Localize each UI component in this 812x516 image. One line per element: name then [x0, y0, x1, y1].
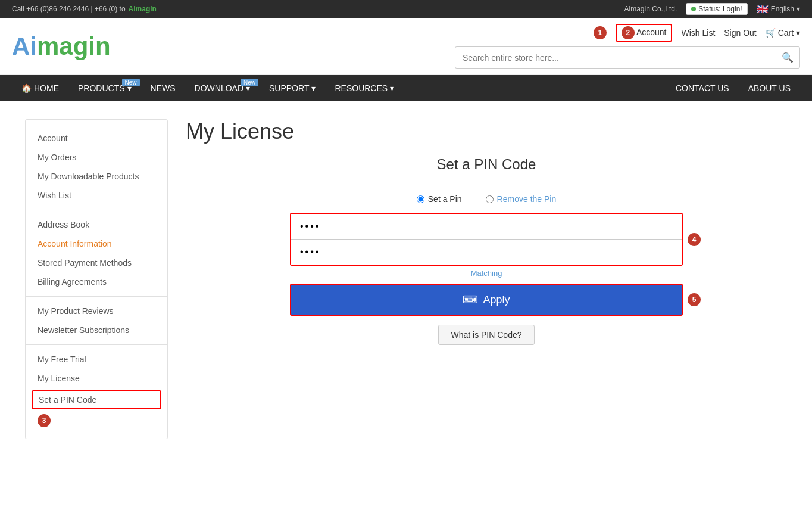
content-wrapper: Account My Orders My Downloadable Produc… — [13, 119, 799, 439]
remove-pin-option[interactable]: Remove the Pin — [486, 194, 557, 204]
signout-link[interactable]: Sign Out — [724, 28, 756, 38]
sidebar-downloadable-products[interactable]: My Downloadable Products — [26, 167, 167, 186]
sidebar-account-info[interactable]: Account Information — [26, 234, 167, 253]
apply-label: Apply — [483, 294, 510, 306]
divider-3 — [26, 344, 167, 345]
sidebar-account[interactable]: Account — [26, 129, 167, 148]
sidebar-set-pin[interactable]: Set a PIN Code — [32, 390, 161, 409]
badge-4: 4 — [688, 233, 701, 246]
cart-chevron: ▾ — [796, 28, 800, 38]
search-bar: 🔍 — [455, 46, 800, 69]
pin-section: Set a PIN Code Set a Pin Remove the Pin … — [290, 156, 683, 345]
sidebar-billing-agreements[interactable]: Billing Agreements — [26, 272, 167, 291]
badge-5: 5 — [688, 293, 701, 306]
search-button[interactable]: 🔍 — [776, 47, 799, 68]
status-dot — [691, 7, 696, 11]
nav-products-label: PRODUCTS — [78, 83, 125, 93]
nav-right-links: CONTACT US ABOUT US — [666, 75, 800, 101]
flag-icon: 🇬🇧 — [757, 4, 769, 15]
nav-download-label: DOWNLOAD — [195, 83, 243, 93]
sidebar-stored-payment[interactable]: Stored Payment Methods — [26, 253, 167, 272]
badge-1: 1 — [594, 26, 607, 39]
sidebar-free-trial[interactable]: My Free Trial — [26, 350, 167, 369]
pin-inputs-wrapper — [290, 213, 683, 266]
account-link[interactable]: 2 Account — [616, 24, 673, 42]
set-pin-label: Set a Pin — [428, 194, 462, 204]
remove-pin-label: Remove the Pin — [497, 194, 557, 204]
nav-home[interactable]: 🏠 HOME — [12, 75, 68, 101]
nav-home-label: HOME — [34, 83, 59, 93]
sidebar: Account My Orders My Downloadable Produc… — [25, 119, 168, 439]
top-bar-right: Aimagin Co.,Ltd. Status: Login! 🇬🇧 Engli… — [624, 3, 800, 15]
sidebar-address-book[interactable]: Address Book — [26, 215, 167, 234]
language-label: English — [771, 5, 794, 13]
products-badge: New — [122, 79, 140, 86]
sidebar-my-orders[interactable]: My Orders — [26, 148, 167, 167]
cart-link[interactable]: 🛒 Cart ▾ — [766, 28, 800, 38]
matching-label: Matching — [290, 269, 683, 278]
what-is-pin-wrapper: What is PIN Code? — [290, 325, 683, 345]
radio-row: Set a Pin Remove the Pin — [290, 194, 683, 204]
brand-name: Aimagin — [129, 5, 157, 13]
search-input[interactable] — [455, 48, 776, 67]
set-pin-radio[interactable] — [417, 195, 424, 203]
header: Aimagin 1 2 Account Wish List Sign Out 🛒… — [0, 18, 812, 75]
nav-support-label: SUPPORT — [269, 83, 309, 93]
pin-input-1[interactable] — [291, 214, 682, 240]
nav-news[interactable]: NEWS — [141, 75, 185, 101]
home-icon: 🏠 — [21, 83, 32, 93]
apply-btn-wrapper: ⌨ Apply 5 — [290, 284, 683, 316]
nav-menu: 🏠 HOME PRODUCTS New ▾ NEWS DOWNLOAD New … — [0, 75, 812, 101]
top-bar: Call +66 (0)86 246 2446 | +66 (0) to Aim… — [0, 0, 812, 18]
page-title: My License — [186, 119, 787, 144]
main-content: My License Set a PIN Code Set a Pin Remo… — [186, 119, 787, 439]
company-name: Aimagin Co.,Ltd. — [624, 5, 677, 13]
pin-heading: Set a PIN Code — [290, 156, 683, 173]
support-chevron: ▾ — [311, 83, 316, 93]
header-nav: 1 2 Account Wish List Sign Out 🛒 Cart ▾ — [594, 24, 800, 42]
wishlist-link[interactable]: Wish List — [681, 28, 715, 38]
apply-button[interactable]: ⌨ Apply — [290, 284, 683, 316]
what-is-pin-button[interactable]: What is PIN Code? — [438, 325, 534, 345]
sidebar-my-license[interactable]: My License — [26, 369, 167, 388]
nav-contact[interactable]: CONTACT US — [666, 75, 739, 101]
sidebar-newsletter[interactable]: Newsletter Subscriptions — [26, 321, 167, 340]
remove-pin-radio[interactable] — [486, 195, 494, 203]
nav-resources[interactable]: RESOURCES ▾ — [325, 75, 404, 101]
top-bar-left: Call +66 (0)86 246 2446 | +66 (0) to Aim… — [12, 5, 157, 13]
cart-icon: 🛒 — [766, 28, 776, 38]
sidebar-product-reviews[interactable]: My Product Reviews — [26, 301, 167, 321]
logo[interactable]: Aimagin — [12, 32, 111, 61]
pin-inputs-container: 4 — [290, 213, 683, 266]
phone-text: Call +66 (0)86 246 2446 | +66 (0) to — [12, 5, 126, 13]
badge-2: 2 — [622, 26, 635, 39]
account-label: Account — [636, 27, 667, 37]
cart-label: Cart — [778, 28, 794, 38]
resources-chevron: ▾ — [390, 83, 394, 93]
nav-products[interactable]: PRODUCTS New ▾ — [68, 75, 141, 101]
status-label: Status: Login! — [698, 5, 742, 13]
divider-1 — [26, 210, 167, 210]
logo-magin: magin — [37, 32, 111, 60]
keyboard-icon: ⌨ — [463, 293, 478, 306]
pin-input-2[interactable] — [291, 240, 682, 265]
status-badge: Status: Login! — [686, 3, 747, 15]
nav-support[interactable]: SUPPORT ▾ — [260, 75, 325, 101]
header-right: 1 2 Account Wish List Sign Out 🛒 Cart ▾ … — [455, 24, 800, 69]
nav-news-label: NEWS — [151, 83, 176, 93]
download-badge: New — [241, 79, 258, 86]
pin-divider — [290, 182, 683, 182]
nav-download[interactable]: DOWNLOAD New ▾ — [185, 75, 260, 101]
divider-2 — [26, 296, 167, 297]
logo-ai: Ai — [12, 32, 37, 60]
sidebar-wish-list[interactable]: Wish List — [26, 186, 167, 205]
nav-resources-label: RESOURCES — [335, 83, 388, 93]
chevron-down-icon: ▾ — [797, 5, 800, 13]
badge-3: 3 — [38, 414, 51, 427]
nav-about[interactable]: ABOUT US — [739, 75, 800, 101]
language-selector[interactable]: 🇬🇧 English ▾ — [757, 4, 800, 15]
set-pin-option[interactable]: Set a Pin — [417, 194, 462, 204]
